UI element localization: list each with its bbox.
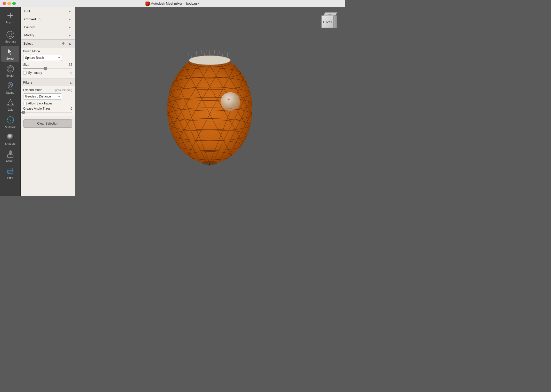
app-title: Autodesk Meshmixer – body.mix (145, 2, 199, 6)
svg-point-65 (189, 56, 230, 65)
svg-point-2 (7, 31, 14, 38)
panel: Edit... ► Convert To... ► Deform... ► Mo… (21, 7, 75, 196)
allow-back-faces-label: Allow Back Faces (28, 102, 53, 105)
collapse-filters-icon[interactable]: ▲ (69, 81, 72, 84)
menu-convert-label: Convert To... (24, 17, 43, 21)
titlebar: Autodesk Meshmixer – body.mix (0, 0, 345, 7)
main-area: Import Meshmix Select (0, 7, 345, 196)
sidebar-label-print: Print (7, 176, 13, 179)
print-icon (6, 166, 15, 176)
symmetry-x-icon[interactable]: ✕ (69, 71, 72, 75)
crease-slider-container (23, 112, 72, 113)
svg-point-22 (7, 134, 14, 140)
menu-item-edit[interactable]: Edit... ► (21, 7, 75, 15)
crease-angle-value: 0 (70, 107, 72, 110)
svg-line-75 (212, 50, 212, 56)
svg-rect-27 (9, 172, 12, 174)
minimize-button[interactable] (7, 2, 11, 5)
expand-mode-row: Expand Mode right-click-drag (23, 88, 72, 92)
svg-point-7 (9, 66, 12, 71)
symmetry-label: Symmetry (28, 71, 42, 75)
sidebar-item-meshmix[interactable]: Meshmix (1, 29, 19, 45)
sidebar-label-select: Select (6, 57, 14, 60)
sidebar-item-select[interactable]: Select (1, 46, 19, 62)
clear-selection-button[interactable]: Clear Selection (23, 119, 72, 128)
edit-icon (6, 98, 15, 108)
sidebar: Import Meshmix Select (0, 7, 21, 196)
sidebar-label-analysis: Analysis (5, 125, 15, 128)
nav-cube-front-label: FRONT (323, 20, 332, 23)
filters-header: Filters ▲ (21, 79, 75, 86)
sidebar-divider-1 (3, 27, 18, 27)
expand-mode-label: Expand Mode (23, 88, 42, 92)
sidebar-item-sculpt[interactable]: Sculpt (1, 63, 19, 79)
sidebar-item-print[interactable]: Print (1, 165, 19, 181)
svg-line-69 (196, 51, 197, 58)
size-slider[interactable] (23, 68, 72, 69)
svg-point-84 (228, 99, 230, 101)
menu-item-modify[interactable]: Modify... ► (21, 31, 75, 39)
sidebar-label-edit: Edit (8, 108, 13, 111)
sidebar-label-meshmix: Meshmix (4, 40, 16, 43)
nav-cube[interactable]: FRONT TOP (321, 12, 339, 30)
svg-marker-5 (8, 49, 12, 55)
sidebar-item-stamp[interactable]: Stamp (1, 80, 19, 96)
svg-line-14 (11, 103, 12, 104)
export-icon (6, 149, 15, 159)
svg-line-82 (230, 53, 230, 60)
expand-mode-hint: right-click-drag (54, 88, 72, 92)
svg-rect-23 (7, 155, 13, 157)
svg-line-73 (207, 50, 207, 56)
svg-point-28 (12, 171, 12, 172)
filters-title: Filters (23, 80, 32, 84)
sidebar-item-import[interactable]: Import (1, 9, 19, 25)
size-value: 35 (69, 63, 72, 67)
mesh-container (156, 42, 264, 166)
size-row: Size 35 (23, 63, 72, 67)
sidebar-label-import: Import (6, 21, 14, 24)
maximize-button[interactable] (12, 2, 16, 5)
svg-point-83 (221, 92, 240, 111)
symmetry-row: Symmetry ✕ (23, 71, 72, 75)
svg-line-76 (214, 50, 215, 56)
crease-slider-thumb[interactable] (21, 111, 25, 114)
sidebar-label-stamp: Stamp (6, 91, 14, 94)
mesh-svg (156, 42, 264, 166)
allow-back-faces-checkbox[interactable] (23, 102, 27, 105)
collapse-select-icon[interactable]: ▲ (67, 41, 72, 46)
brush-icon (6, 64, 15, 74)
svg-line-70 (199, 51, 199, 57)
brush-type-dropdown-wrapper: Sphere Brush Surface Brush Geodesic Brus… (23, 55, 62, 61)
crease-angle-row: Crease Angle Thres 0 (23, 107, 72, 110)
menu-arrow-convert: ► (69, 18, 71, 21)
menu-item-convert[interactable]: Convert To... ► (21, 15, 75, 23)
viewport[interactable]: FRONT TOP (75, 7, 345, 196)
size-label: Size (23, 63, 29, 67)
gear-icon[interactable]: ⚙ (61, 41, 66, 46)
window-controls (3, 2, 16, 5)
brush-type-select[interactable]: Sphere Brush Surface Brush Geodesic Brus… (23, 55, 62, 61)
expand-type-select[interactable]: Geodesic Distance Normal Deviation Curva… (23, 93, 62, 100)
svg-point-18 (10, 99, 11, 100)
plus-icon (6, 11, 15, 20)
sidebar-item-export[interactable]: Export (1, 148, 19, 164)
svg-line-72 (204, 50, 205, 56)
menu-section: Edit... ► Convert To... ► Deform... ► Mo… (21, 7, 75, 39)
svg-line-77 (217, 51, 217, 56)
crease-slider[interactable] (23, 112, 72, 113)
sidebar-item-analysis[interactable]: Analysis (1, 114, 19, 130)
menu-item-deform[interactable]: Deform... ► (21, 23, 75, 31)
menu-arrow-edit: ► (69, 10, 71, 13)
title-text: Autodesk Meshmixer – body.mix (151, 2, 199, 5)
filters-panel: Expand Mode right-click-drag Geodesic Di… (21, 86, 75, 117)
menu-modify-label: Modify... (24, 33, 37, 37)
sidebar-label-shaders: Shaders (5, 142, 15, 145)
sidebar-item-edit[interactable]: Edit (1, 97, 19, 113)
stamp-icon (6, 81, 15, 91)
sidebar-item-shaders[interactable]: Shaders (1, 131, 19, 147)
select-header-icons: ⚙ ▲ (61, 41, 72, 46)
symmetry-checkbox[interactable] (23, 71, 27, 75)
close-button[interactable] (3, 2, 6, 5)
size-slider-thumb[interactable] (44, 67, 47, 70)
svg-point-16 (8, 104, 9, 105)
